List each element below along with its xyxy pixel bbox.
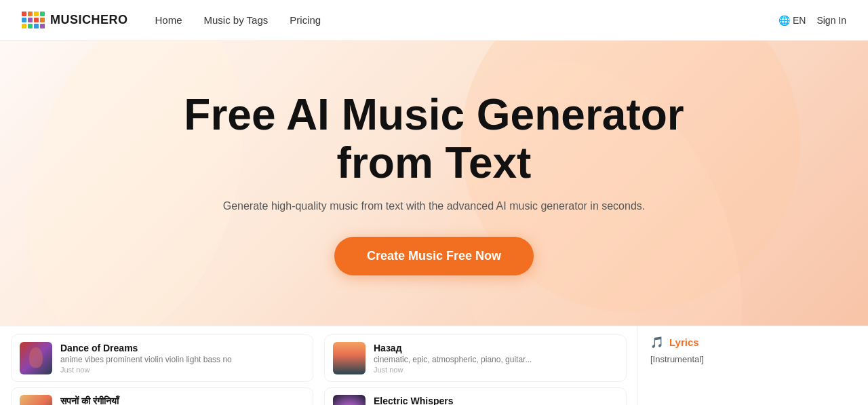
nav-home[interactable]: Home <box>155 14 182 26</box>
music-tags-dance: anime vibes prominent violin violin ligh… <box>60 355 304 364</box>
nav-right: 🌐 EN Sign In <box>778 15 846 26</box>
nav-links: Home Music by Tags Pricing <box>155 14 778 26</box>
language-selector[interactable]: 🌐 EN <box>778 15 806 26</box>
thumb-nazad-img <box>333 342 366 374</box>
music-title-electric: Electric Whispers <box>374 396 618 405</box>
music-title-nazad: Назад <box>374 343 618 353</box>
hero-section: Free AI Music Generator from Text Genera… <box>0 41 868 326</box>
hero-title-line2: from Text <box>337 138 532 187</box>
music-time-nazad: Just now <box>374 366 618 374</box>
lyrics-header: 🎵 Lyrics <box>650 336 856 349</box>
music-info-sapno: सपनों की रंगीनियाँ melodic pop dreamy Ju… <box>60 396 304 406</box>
lang-label: EN <box>793 15 806 26</box>
thumb-electric-img <box>333 395 366 405</box>
music-cards-area: Dance of Dreams anime vibes prominent vi… <box>0 326 637 405</box>
music-info-dance: Dance of Dreams anime vibes prominent vi… <box>60 343 304 374</box>
lyrics-icon: 🎵 <box>650 336 664 349</box>
hero-content: Free AI Music Generator from Text Genera… <box>184 91 684 275</box>
music-col-right: Назад cinematic, epic, atmospheric, pian… <box>324 334 627 397</box>
music-thumb-dance <box>20 342 52 374</box>
lyrics-label: Lyrics <box>669 336 699 348</box>
hero-subtitle: Generate high-quality music from text wi… <box>184 200 684 212</box>
lyrics-panel: 🎵 Lyrics [Instrumental] <box>637 326 868 405</box>
sign-in-button[interactable]: Sign In <box>816 15 846 26</box>
globe-icon: 🌐 <box>778 15 790 26</box>
music-thumb-electric <box>333 395 366 405</box>
music-card-sapno[interactable]: सपनों की रंगीनियाँ melodic pop dreamy Ju… <box>11 387 313 405</box>
nav-tags[interactable]: Music by Tags <box>204 14 269 26</box>
bottom-section: Dance of Dreams anime vibes prominent vi… <box>0 326 868 405</box>
music-card-electric[interactable]: Electric Whispers 140bpm hypnotic raw te… <box>324 387 627 405</box>
hero-title-line1: Free AI Music Generator <box>184 90 684 139</box>
music-time-dance: Just now <box>60 366 304 374</box>
lyrics-content: [Instrumental] <box>650 354 856 364</box>
logo-text: MUSICHERO <box>50 13 128 27</box>
music-thumb-nazad <box>333 342 366 374</box>
music-card-dance[interactable]: Dance of Dreams anime vibes prominent vi… <box>11 334 313 382</box>
cta-button[interactable]: Create Music Free Now <box>334 237 534 275</box>
logo-grid <box>22 12 45 28</box>
music-info-nazad: Назад cinematic, epic, atmospheric, pian… <box>374 343 618 374</box>
music-thumb-sapno <box>20 395 52 405</box>
music-card-nazad[interactable]: Назад cinematic, epic, atmospheric, pian… <box>324 334 627 382</box>
thumb-dance-img <box>20 342 52 374</box>
music-title-sapno: सपनों की रंगीनियाँ <box>60 396 304 406</box>
music-info-electric: Electric Whispers 140bpm hypnotic raw te… <box>374 396 618 405</box>
thumb-sapno-img <box>20 395 52 405</box>
hero-title: Free AI Music Generator from Text <box>184 91 684 187</box>
music-title-dance: Dance of Dreams <box>60 343 304 353</box>
music-tags-nazad: cinematic, epic, atmospheric, piano, gui… <box>374 355 618 364</box>
navbar: MUSICHERO Home Music by Tags Pricing 🌐 E… <box>0 0 868 41</box>
nav-pricing[interactable]: Pricing <box>290 14 321 26</box>
music-col-left: Dance of Dreams anime vibes prominent vi… <box>11 334 313 397</box>
logo[interactable]: MUSICHERO <box>22 12 128 28</box>
